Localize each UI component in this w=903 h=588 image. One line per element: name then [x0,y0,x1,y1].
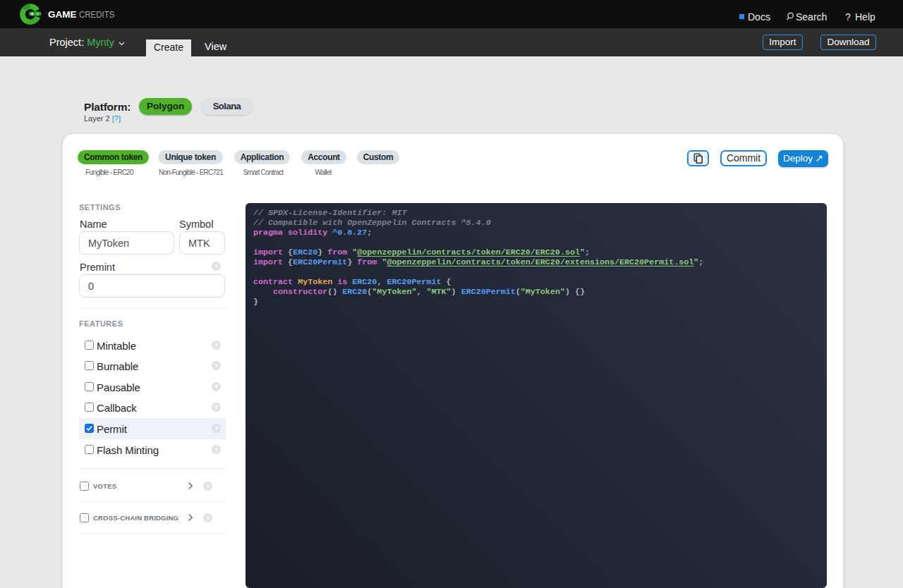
svg-text:?: ? [214,404,219,411]
svg-text:?: ? [214,384,219,391]
svg-text:?: ? [206,483,210,490]
svg-text:?: ? [206,515,210,522]
svg-text:?: ? [214,362,219,369]
svg-text:?: ? [214,446,219,453]
svg-text:?: ? [214,425,219,432]
svg-text:?: ? [214,263,219,270]
svg-text:?: ? [214,342,219,349]
